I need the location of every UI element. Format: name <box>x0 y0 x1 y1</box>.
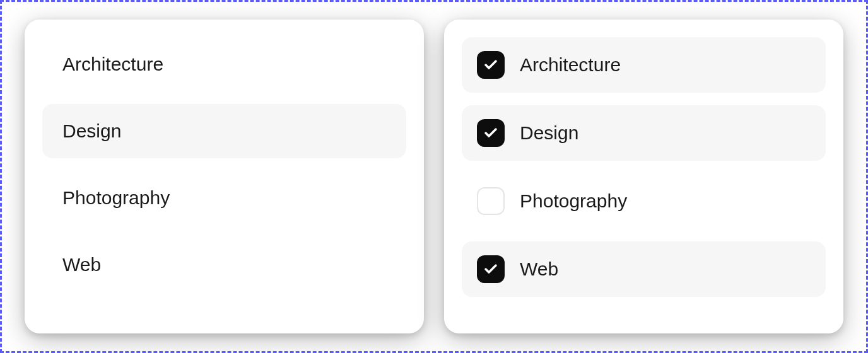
list-item-label: Web <box>62 254 101 275</box>
checkbox-item-label: Web <box>520 258 558 280</box>
list-item-design[interactable]: Design <box>42 104 406 158</box>
checkbox-item-label: Photography <box>520 190 627 212</box>
checkbox-item-architecture[interactable]: Architecture <box>462 37 826 93</box>
checkbox-checked-icon <box>477 119 505 147</box>
list-item-label: Photography <box>62 187 170 208</box>
checkbox-checked-icon <box>477 51 505 79</box>
list-item-label: Design <box>62 120 121 141</box>
list-item-web[interactable]: Web <box>42 238 406 292</box>
list-item-architecture[interactable]: Architecture <box>42 37 406 91</box>
main-container: Architecture Design Photography Web Arch… <box>2 2 866 351</box>
list-item-photography[interactable]: Photography <box>42 171 406 225</box>
checkbox-item-web[interactable]: Web <box>462 241 826 297</box>
checkbox-item-label: Architecture <box>520 54 621 76</box>
checkbox-item-photography[interactable]: Photography <box>462 173 826 229</box>
checkbox-unchecked-icon <box>477 187 505 215</box>
checkbox-item-label: Design <box>520 122 578 144</box>
checkbox-checked-icon <box>477 255 505 283</box>
simple-list-card: Architecture Design Photography Web <box>25 20 424 333</box>
list-item-label: Architecture <box>62 54 163 74</box>
checkbox-list-card: Architecture Design Photography Web <box>444 20 843 333</box>
checkbox-item-design[interactable]: Design <box>462 105 826 161</box>
